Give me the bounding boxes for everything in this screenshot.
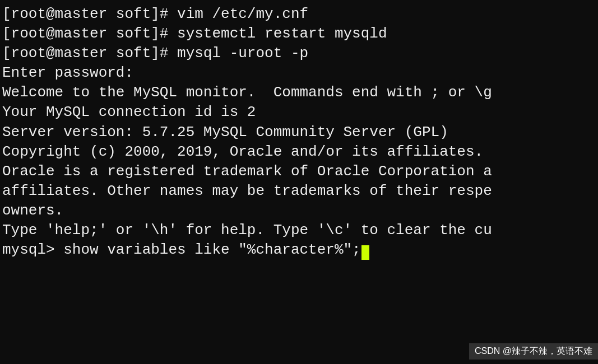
terminal-line: [root@master soft]# vim /etc/my.cnf xyxy=(2,4,598,24)
terminal-line: affiliates. Other names may be trademark… xyxy=(2,181,598,201)
terminal-line: Oracle is a registered trademark of Orac… xyxy=(2,162,598,181)
terminal-line: owners. xyxy=(2,201,598,221)
terminal-line: mysql> show variables like "%character%"… xyxy=(2,240,598,260)
terminal-line: Welcome to the MySQL monitor. Commands e… xyxy=(2,83,598,102)
terminal-line: [root@master soft]# mysql -uroot -p xyxy=(2,44,598,63)
terminal-line: Your MySQL connection id is 2 xyxy=(2,102,598,122)
terminal-window: [root@master soft]# vim /etc/my.cnf[root… xyxy=(0,0,598,364)
terminal-line: [root@master soft]# systemctl restart my… xyxy=(2,24,598,44)
terminal-line: Enter password: xyxy=(2,63,598,83)
terminal-line: Copyright (c) 2000, 2019, Oracle and/or … xyxy=(2,142,598,162)
terminal-line: Type 'help;' or '\h' for help. Type '\c'… xyxy=(2,221,598,240)
terminal-cursor xyxy=(361,245,369,260)
watermark: CSDN @辣子不辣，英语不难 xyxy=(469,343,598,360)
terminal-line: Server version: 5.7.25 MySQL Community S… xyxy=(2,123,598,142)
